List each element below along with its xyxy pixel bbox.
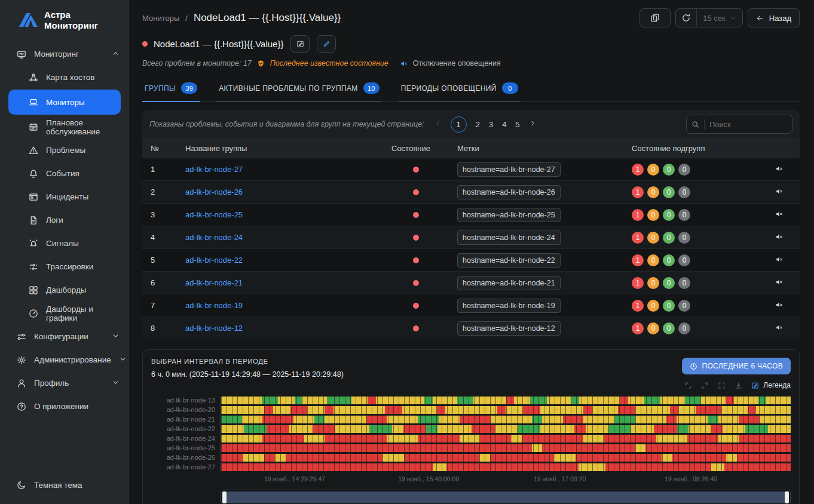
search-input[interactable] [705,120,792,129]
status-segment [439,416,460,423]
sidebar-item-incidents[interactable]: Инциденты [0,185,129,208]
group-name-link[interactable]: ad-lk-br-node-21 [185,278,391,287]
sidebar-item-dashboards-graphs[interactable]: Дашборды и графики [0,302,129,325]
chart-row-label: ad-lk-br-node-25 [151,444,215,452]
tab-0[interactable]: ГРУППЫ 39 [142,78,200,102]
sidebar-item-label: Профиль [34,379,69,388]
last-6-hours-button[interactable]: ПОСЛЕДНИЕ 6 ЧАСОВ [682,358,791,374]
refresh-interval-select[interactable]: 15 сек [697,14,742,23]
edit-note-button[interactable] [290,35,310,53]
group-status-dot [413,325,419,331]
copy-dashboard-button[interactable] [639,8,671,27]
status-bar-ad-lk-br-node-24[interactable] [221,435,791,442]
page-button-2[interactable]: 2 [476,120,480,129]
monitoring-icon [17,50,26,59]
row-mute-icon[interactable] [775,301,783,311]
legend-label: Легенда [763,381,791,389]
status-segment [756,406,791,414]
row-mute-icon[interactable] [775,188,783,197]
back-button[interactable]: Назад [748,8,800,27]
chart-plot-area[interactable] [221,397,791,473]
sidebar-item-traces[interactable]: Трассировки [0,255,129,278]
zoom-back-icon-button[interactable] [684,382,692,389]
row-mute-icon[interactable] [775,278,783,288]
legend-button[interactable]: Легенда [751,381,791,389]
tab-2[interactable]: ПЕРИОДЫ ОПОВЕЩЕНИЙ 0 [399,78,521,102]
status-segment [542,416,563,423]
row-mute-icon[interactable] [775,233,783,242]
status-segment [335,425,369,433]
sidebar-item-host-map[interactable]: Карта хостов [0,66,129,89]
status-segment [293,416,314,423]
sidebar-item-events[interactable]: События [0,162,129,185]
mute-icon[interactable] [400,60,408,67]
group-name-link[interactable]: ad-lk-br-node-12 [185,324,391,333]
zoom-reset-icon-button[interactable] [701,382,709,389]
maintenance-icon [29,122,38,132]
tabs: ГРУППЫ 39 АКТИВНЫЕ ПРОБЛЕМЫ ПО ГРУППАМ 1… [142,78,800,102]
download-icon-button[interactable] [735,382,742,389]
status-segment [506,397,515,404]
sidebar-item-signals[interactable]: Сигналы [0,232,129,255]
group-name-link[interactable]: ad-lk-br-node-19 [185,301,391,310]
sidebar-item-logs[interactable]: Логи [0,208,129,232]
status-bar-ad-lk-br-node-22[interactable] [221,425,791,433]
expand-icon-button[interactable] [718,382,726,389]
time-range-slider-handle-left[interactable] [222,491,227,503]
status-bar-ad-lk-br-node-27[interactable] [221,463,791,471]
time-range-slider-handle-right[interactable] [785,491,789,503]
theme-toggle[interactable]: Темная тема [0,471,129,504]
page-button-5[interactable]: 5 [515,120,519,129]
back-button-label: Назад [769,14,791,23]
page-button-4[interactable]: 4 [502,120,506,129]
status-bar-ad-lk-br-node-20[interactable] [221,406,791,414]
row-mute-icon[interactable] [775,165,783,174]
sidebar-item-dashboards[interactable]: Дашборды [0,278,129,302]
time-range-slider[interactable] [221,490,791,504]
page-prev-button[interactable] [434,119,442,129]
status-bar-ad-lk-br-node-25[interactable] [221,444,791,452]
status-segment [457,397,473,404]
subgroup-badge: 0 [663,186,675,198]
group-name-link[interactable]: ad-lk-br-node-25 [185,210,391,219]
edit-monitor-button[interactable] [317,35,336,53]
sidebar-item-monitoring[interactable]: Мониторинг [0,42,129,66]
subgroup-badge: 0 [663,209,675,221]
subgroup-badge: 0 [647,186,659,198]
sidebar-item-problems[interactable]: Проблемы [0,139,129,162]
row-mute-icon[interactable] [775,324,783,333]
sidebar-item-administration[interactable]: Администрирование [0,348,129,371]
chevron-down-icon [119,355,127,363]
group-name-link[interactable]: ad-lk-br-node-27 [185,165,391,174]
group-name-link[interactable]: ad-lk-br-node-26 [185,188,391,196]
page-button-3[interactable]: 3 [489,120,493,129]
subgroup-badge: 0 [647,232,659,244]
status-segment [479,454,490,462]
row-mute-icon[interactable] [775,256,783,265]
subgroup-badge: 1 [632,254,644,266]
tab-1[interactable]: АКТИВНЫЕ ПРОБЛЕМЫ ПО ГРУППАМ 10 [216,78,382,102]
group-name-link[interactable]: ad-lk-br-node-24 [185,233,391,242]
status-bar-ad-lk-br-node-21[interactable] [221,416,791,423]
sidebar-item-about[interactable]: О приложении [0,395,129,418]
status-segment [278,397,294,404]
status-segment [460,435,481,442]
problems-icon [29,146,38,155]
breadcrumb-parent[interactable]: Мониторы [142,14,179,23]
page-button-1[interactable]: 1 [451,116,467,133]
sidebar-item-maintenance[interactable]: Плановое обслуживание [0,115,129,139]
page-next-button[interactable] [529,119,537,129]
group-name-link[interactable]: ad-lk-br-node-22 [185,256,391,265]
row-mute-icon[interactable] [775,210,783,220]
status-bar-ad-lk-br-node-13[interactable] [221,397,791,404]
refresh-button[interactable] [676,9,697,27]
group-row: 6 ad-lk-br-node-21 hostname=ad-lk-br-nod… [142,271,800,294]
status-bar-ad-lk-br-node-26[interactable] [221,454,791,462]
host-map-icon [29,73,38,82]
sidebar-item-profile[interactable]: Профиль [0,371,129,395]
status-segment [424,397,433,404]
group-row-number: 1 [151,165,185,174]
time-range-slider-fill[interactable] [227,491,785,503]
sidebar-item-configurations[interactable]: Конфигурации [0,325,129,348]
sidebar-item-monitors[interactable]: Мониторы [8,90,121,115]
